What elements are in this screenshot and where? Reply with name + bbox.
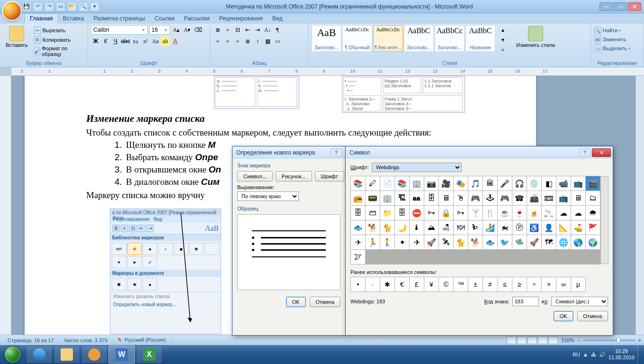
symbol-cell[interactable]: ⛳ [571, 220, 585, 235]
replace-button[interactable]: abЗаменить [594, 36, 626, 43]
zoom-value[interactable]: 158% [561, 337, 574, 343]
maximize-button[interactable]: ▭ [614, 2, 627, 11]
cut-button[interactable]: ✂Вырезать [33, 26, 85, 35]
symbol-cell[interactable]: 🔒 [439, 206, 453, 220]
qat-undo-icon[interactable]: ↶ [33, 2, 43, 11]
tray-network-icon[interactable]: 🖧 [591, 352, 596, 357]
task-ie[interactable] [26, 346, 53, 364]
shading-button[interactable]: ▦ [263, 36, 272, 46]
font-size-combo[interactable]: 16▼ [149, 25, 170, 35]
symbol-cell[interactable]: 🖥 [571, 191, 585, 205]
style-tile[interactable]: AaBbCcDc¶ Без инте... [373, 25, 403, 52]
symbol-font-select[interactable]: Webdings [372, 163, 462, 172]
view-print-layout-button[interactable] [507, 337, 516, 344]
symbol-grid-scrollbar[interactable] [600, 176, 608, 264]
align-center-button[interactable]: ≡ [223, 36, 233, 46]
justify-button[interactable]: ≣ [243, 36, 252, 46]
bullets-button[interactable]: ≣ [213, 25, 223, 35]
strike-button[interactable]: abc [121, 36, 130, 46]
symbol-cell[interactable]: 🚶 [380, 235, 394, 249]
symbol-cell[interactable]: 🎭 [454, 176, 468, 191]
start-button[interactable] [0, 345, 26, 364]
symbol-cell[interactable]: 🛸 [512, 235, 527, 249]
symbol-cell[interactable]: 🏢 [410, 176, 424, 191]
symbol-cell[interactable]: 📺 [571, 176, 585, 191]
qat-redo-icon[interactable]: ↷ [45, 2, 54, 11]
symbol-cell[interactable]: 🕹 [483, 191, 497, 205]
style-tile[interactable]: AaBbCcЗаголово... [435, 25, 465, 52]
symbol-cell[interactable]: 🏃 [366, 235, 380, 249]
show-marks-button[interactable]: ¶ [273, 25, 282, 35]
recent-symbol-cell[interactable]: μ [571, 277, 585, 291]
symbol-cell[interactable]: 🎮 [498, 191, 512, 205]
symbol-cell[interactable]: 🍷 [512, 206, 527, 220]
symbol-cell[interactable]: 🐟 [351, 220, 365, 235]
symbol-cell[interactable]: ☁ [571, 206, 585, 220]
tray-lang[interactable]: RU [572, 352, 580, 357]
symbol-cell[interactable]: 📚 [351, 176, 365, 191]
tab-view[interactable]: Вид [268, 14, 287, 24]
multilevel-button[interactable]: ⊟ [233, 25, 242, 35]
vertical-scrollbar[interactable] [635, 76, 644, 345]
symbol-cell[interactable]: 🛰 [439, 235, 453, 249]
symbol-cell[interactable]: 📹 [556, 176, 571, 191]
zoom-slider[interactable] [583, 339, 635, 341]
symbol-cell[interactable]: ☕ [498, 206, 512, 220]
tab-home[interactable]: Главная [25, 13, 58, 24]
symbol-cell[interactable]: 🍺 [527, 206, 541, 220]
styles-row-up-button[interactable]: ▴ [498, 25, 508, 35]
symbol-cell[interactable]: 🗃 [366, 206, 380, 220]
symbol-cell[interactable]: 📟 [366, 191, 380, 205]
symbol-cell[interactable]: 🗄 [424, 191, 438, 205]
symbol-ok-button[interactable]: OK [554, 311, 573, 321]
symbol-cell[interactable]: 📄 [380, 176, 394, 191]
close-button[interactable]: ✕ [628, 2, 641, 11]
recent-symbol-cell[interactable]: ∞ [556, 277, 571, 291]
style-tile[interactable]: AaBbCЗаголово... [404, 25, 434, 52]
show-desktop-button[interactable] [637, 346, 641, 364]
status-page[interactable]: Страница: 16 из 17 [3, 337, 59, 343]
symbol-cell[interactable]: ♿ [527, 220, 541, 235]
bold-button[interactable]: Ж [91, 36, 100, 46]
clear-formatting-button[interactable]: ⌫ [193, 25, 203, 35]
symbol-cell[interactable]: 🌧 [586, 206, 600, 220]
symbol-cell[interactable]: 🖱 [454, 191, 468, 205]
symbol-cell[interactable]: 🎬 [586, 176, 600, 191]
symbol-button[interactable]: Символ... [237, 171, 273, 182]
symbol-cell[interactable]: 🐈 [380, 220, 394, 235]
zoom-plus-button[interactable]: + [638, 337, 641, 343]
symbol-cell[interactable]: 🐈 [454, 235, 468, 249]
qat-new-icon[interactable]: ▭ [56, 2, 65, 11]
tab-insert[interactable]: Вставка [58, 14, 89, 24]
symbol-cell[interactable]: 📻 [351, 191, 365, 205]
symbol-cell[interactable]: 🚩 [586, 220, 600, 235]
recent-symbol-cell[interactable]: • [351, 277, 365, 291]
status-words[interactable]: Число слов: 3 375 [59, 337, 113, 343]
marker-cancel-button[interactable]: Отмена [310, 297, 340, 307]
symbol-cell[interactable]: ✈ [351, 235, 365, 249]
view-draft-button[interactable] [548, 337, 558, 344]
symbol-cell[interactable]: 🍸 [468, 206, 483, 220]
styles-more-button[interactable]: ≡ [498, 45, 508, 55]
copy-button[interactable]: ⧉Копировать [33, 36, 85, 44]
styles-gallery[interactable]: АаВЗаголово...AaBbCcDc¶ ОбычныйAaBbCcDc¶… [312, 25, 495, 52]
recent-symbols[interactable]: •·✱€£¥©™±≠≤≥÷×∞μ [350, 277, 586, 292]
styles-row-down-button[interactable]: ▾ [498, 35, 508, 45]
symbol-cell[interactable]: 📺 [556, 191, 571, 205]
recent-symbol-cell[interactable]: © [439, 277, 453, 291]
view-web-button[interactable] [528, 337, 537, 344]
symbol-cell[interactable]: 🗝 [454, 206, 468, 220]
symbol-cell[interactable]: 🎥 [439, 176, 453, 191]
tab-refs[interactable]: Ссылки [150, 14, 179, 24]
symbol-cell[interactable]: 🍽 [454, 220, 468, 235]
tab-mail[interactable]: Рассылки [179, 14, 215, 24]
qat-open-icon[interactable]: 📂 [67, 2, 77, 11]
symbol-cell[interactable]: 🐟 [483, 235, 497, 249]
symbol-cell[interactable]: 🗺 [542, 235, 556, 249]
symbol-grid[interactable]: 📚🖊📄📚🏢📷🎥🎭🎵🏛🎤🎧💿◧📹📺🎬📻📟🏢🏗🏘🗄🖥🖱🎮🕹🎮☎📠📼📺🖥🗂🗄🗃📁🗄⛔🗝… [350, 176, 600, 264]
symbol-cell[interactable]: 🐕 [468, 235, 483, 249]
zoom-minus-button[interactable]: − [577, 337, 580, 343]
task-explorer[interactable] [54, 346, 80, 364]
recent-symbol-cell[interactable]: £ [410, 277, 424, 291]
symbol-cell[interactable]: 📼 [542, 191, 556, 205]
